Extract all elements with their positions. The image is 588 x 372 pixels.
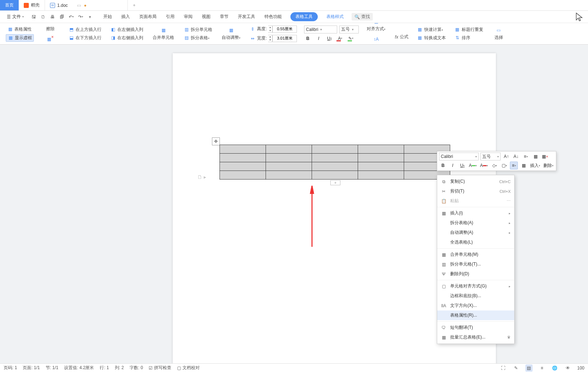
status-spellcheck[interactable]: ☑拼写检查 — [149, 365, 171, 371]
mini-italic-button[interactable]: I — [449, 162, 457, 169]
spin-up-icon[interactable]: ▴ — [268, 35, 272, 38]
spin-down-icon[interactable]: ▾ — [268, 29, 272, 32]
width-input[interactable]: ▴▾ — [268, 35, 297, 42]
alignment-button[interactable]: ▦对齐方式▾ — [365, 23, 388, 33]
search-box[interactable]: 🔍 查找 — [352, 13, 373, 21]
tab-chapter[interactable]: 章节 — [219, 12, 229, 21]
insert-col-left-button[interactable]: ◧在左侧插入列 — [109, 26, 145, 33]
page-layout-view-icon[interactable]: ▤ — [525, 364, 533, 372]
status-words[interactable]: 字数: 0 — [130, 365, 143, 371]
ctx-select-table[interactable]: 全选表格(L) — [437, 237, 514, 247]
width-field[interactable] — [272, 35, 297, 42]
tab-special[interactable]: 特色功能 — [264, 12, 282, 21]
fullscreen-icon[interactable]: ⛶ — [499, 364, 507, 372]
print-icon[interactable]: 🖶 — [49, 14, 56, 20]
ctx-auto-fit[interactable]: 自动调整(A)▸ — [437, 228, 514, 237]
line-spacing-button[interactable]: ≡▾ — [522, 153, 530, 160]
mini-font-size-select[interactable]: 五号▾ — [480, 153, 501, 160]
tab-table-style[interactable]: 表格样式 — [326, 12, 344, 21]
ctx-text-direction[interactable]: llA文字方向(X)... — [437, 301, 514, 310]
tab-document[interactable]: W 1.doc ▭ ● — [45, 0, 128, 10]
quick-calc-button[interactable]: ▦快速计算▾ — [416, 26, 447, 33]
mini-align-button[interactable]: ≡▾ — [510, 162, 518, 169]
spin-down-icon[interactable]: ▾ — [268, 38, 272, 42]
tab-references[interactable]: 引用 — [165, 12, 175, 21]
eraser-button[interactable]: ▱擦除 — [42, 23, 59, 33]
tab-review[interactable]: 审阅 — [183, 12, 193, 21]
tab-devtools[interactable]: 开发工具 — [237, 12, 256, 21]
repeat-header-button[interactable]: ▦标题行重复 — [453, 26, 485, 33]
undo-icon[interactable]: ↶▾ — [68, 14, 74, 20]
table-row[interactable] — [220, 154, 450, 162]
tab-menu-icon[interactable]: ▭ — [77, 3, 81, 8]
bold-button[interactable]: B — [304, 35, 311, 42]
tab-daoke[interactable]: 稻壳 — [19, 0, 45, 10]
merge-cells-button[interactable]: ▦合并单元格 — [150, 26, 176, 41]
ctx-merge-cells[interactable]: ▦合并单元格(M) — [437, 250, 514, 259]
tab-close-icon[interactable]: ● — [84, 3, 86, 8]
underline-button[interactable]: U▾ — [326, 35, 333, 42]
ctx-cut[interactable]: ✂剪切(T)Ctrl+X — [437, 186, 514, 196]
table-row[interactable] — [220, 171, 450, 180]
ctx-delete-col[interactable]: Ψ删除列(D) — [437, 269, 514, 279]
delete-button[interactable]: ▦✕删除▾ — [42, 35, 59, 45]
edit-mode-icon[interactable]: ✎ — [512, 364, 520, 372]
status-section[interactable]: 节: 1/1 — [46, 365, 58, 371]
mini-bold-button[interactable]: B — [439, 162, 447, 169]
add-row-button[interactable]: ＋ — [330, 180, 340, 185]
show-gridlines-button[interactable]: ▦显示虚框 — [6, 34, 34, 42]
auto-fit-button[interactable]: ▦自动调整▾ — [220, 26, 243, 41]
font-name-select[interactable]: Calibri▾ — [304, 26, 337, 33]
grow-font-button[interactable]: A↑ — [502, 153, 510, 160]
mini-insert-button[interactable]: 插入▾ — [529, 162, 541, 169]
tab-table-tools[interactable]: 表格工具 — [290, 12, 318, 21]
qat-dropdown-icon[interactable]: ▾ — [87, 14, 93, 20]
status-col[interactable]: 列: 2 — [115, 365, 124, 371]
ctx-insert[interactable]: ▦插入(I)▸ — [437, 208, 514, 218]
new-tab-button[interactable]: ＋ — [128, 0, 141, 10]
ctx-copy[interactable]: ⧉复制(C)Ctrl+C — [437, 177, 514, 186]
ctx-borders-shading[interactable]: 边框和底纹(B)... — [437, 291, 514, 301]
font-color-button[interactable]: A▾ — [336, 35, 344, 42]
ctx-short-translate[interactable]: 🗨短句翻译(T) — [437, 323, 514, 332]
insert-row-below-button[interactable]: ⬓在下方插入行 — [67, 35, 103, 41]
ctx-cell-align[interactable]: ▢单元格对齐方式(G)▸ — [437, 281, 514, 291]
outline-view-icon[interactable]: ≡ — [538, 364, 546, 372]
reading-view-icon[interactable]: 👁 — [564, 364, 571, 372]
zoom-level[interactable]: 100 — [577, 366, 584, 371]
split-table-button[interactable]: ▤拆分表格▾ — [182, 35, 214, 41]
ctx-batch-summary[interactable]: ▦批量汇总表格(E)...♛ — [437, 332, 514, 342]
status-setting[interactable]: 设置值: 4.2厘米 — [64, 365, 94, 371]
file-menu-button[interactable]: ☰ 文件 ▾ — [4, 12, 27, 22]
document-table[interactable] — [220, 145, 450, 180]
sort-button[interactable]: ⇅排序 — [453, 35, 485, 41]
status-row[interactable]: 行: 1 — [100, 365, 109, 371]
formula-button[interactable]: fx 公式 — [393, 33, 410, 40]
status-page[interactable]: 页面: 1/1 — [23, 365, 40, 371]
mini-highlight-button[interactable]: A▾ — [468, 162, 478, 169]
status-page-number[interactable]: 页码: 1 — [4, 365, 17, 371]
redo-icon[interactable]: ↷▾ — [77, 14, 84, 20]
tab-insert[interactable]: 插入 — [121, 12, 131, 21]
select-button[interactable]: ▭选择 — [490, 26, 507, 41]
print-preview-icon[interactable]: 🗋 — [40, 14, 46, 20]
status-doc-proof[interactable]: ▢文档校对 — [177, 365, 200, 371]
split-cells-button[interactable]: ▥拆分单元格 — [182, 26, 214, 33]
preview-icon[interactable]: 🗐 — [59, 14, 65, 20]
mini-table-icon[interactable]: ▦ — [532, 153, 539, 160]
web-view-icon[interactable]: 🌐 — [551, 364, 558, 372]
italic-button[interactable]: I — [315, 35, 322, 42]
mini-delete-button[interactable]: 删除▾ — [543, 162, 554, 169]
text-direction-button[interactable]: ↕A文字方向▾ — [365, 35, 388, 45]
mini-underline-button[interactable]: U▾ — [458, 162, 466, 169]
spin-up-icon[interactable]: ▴ — [268, 26, 272, 29]
table-move-handle[interactable]: ✥ — [212, 137, 220, 145]
table-row[interactable] — [220, 162, 450, 171]
table-row[interactable] — [220, 145, 450, 154]
shrink-font-button[interactable]: A↓ — [512, 153, 520, 160]
highlight-button[interactable]: ✎▾ — [347, 35, 354, 42]
height-input[interactable]: ▴▾ — [268, 26, 297, 33]
tab-start[interactable]: 开始 — [103, 12, 113, 21]
convert-to-text-button[interactable]: ▦转换成文本 — [416, 35, 447, 41]
tab-home[interactable]: 首页 — [0, 0, 19, 10]
